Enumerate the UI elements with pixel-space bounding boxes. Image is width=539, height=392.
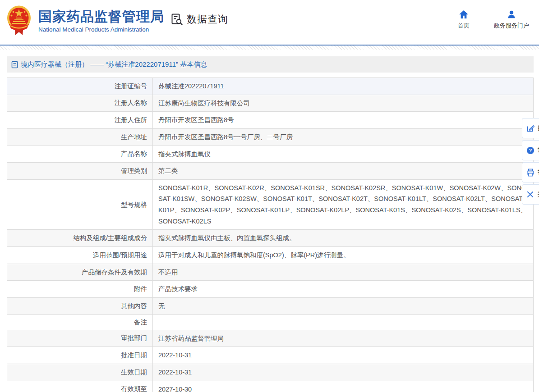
row-value-text: 适用于对成人和儿童的脉搏氧饱和度(SpO2)、脉率(PR)进行测量。	[158, 250, 350, 261]
row-label: 批准日期	[7, 347, 153, 364]
row-value-text: SONOSAT-K01R、SONOSAT-K02R、SONOSAT-K01SR、…	[158, 182, 528, 227]
table-row: 注册证编号苏械注准20222071911	[7, 78, 533, 95]
nav-home-label: 首页	[458, 22, 470, 30]
row-value: 江苏康尚生物医疗科技有限公司	[153, 95, 533, 112]
user-icon	[507, 10, 516, 19]
data-query-label: 数据查询	[187, 13, 228, 26]
row-label: 附件	[7, 281, 153, 297]
table-row: 生效日期2022-10-31	[7, 364, 533, 381]
row-value: 2022-10-31	[153, 347, 533, 364]
table-row: 注册人名称江苏康尚生物医疗科技有限公司	[7, 95, 533, 112]
national-emblem-icon	[6, 5, 32, 36]
row-label: 注册证编号	[7, 78, 153, 95]
question-circle-icon: ?	[526, 146, 534, 155]
table-row: 型号规格SONOSAT-K01R、SONOSAT-K02R、SONOSAT-K0…	[7, 180, 533, 230]
table-row: 有效期至2027-10-30	[7, 381, 533, 392]
row-label-text: 备注	[134, 318, 147, 327]
row-label-text: 生效日期	[121, 368, 147, 377]
row-label-text: 附件	[134, 285, 147, 293]
close-icon	[526, 191, 534, 198]
main-content: 境内医疗器械（注册） —— “苏械注准20222071911” 基本信息 注册证…	[7, 56, 534, 392]
row-value-text: 指夹式脉搏血氧仪由主板、内置血氧探头组成。	[158, 232, 296, 244]
row-value: 指夹式脉搏血氧仪由主板、内置血氧探头组成。	[153, 230, 533, 246]
breadcrumb: 境内医疗器械（注册） —— “苏械注准20222071911” 基本信息	[7, 56, 534, 73]
table-row: 管理类别第二类	[7, 163, 533, 180]
tool-feedback[interactable]: 数	[522, 118, 539, 138]
row-label: 生效日期	[7, 364, 153, 381]
detail-table: 注册证编号苏械注准20222071911注册人名称江苏康尚生物医疗科技有限公司注…	[7, 77, 534, 392]
row-label-text: 产品储存条件及有效期	[82, 268, 147, 277]
table-row: 产品储存条件及有效期不适用	[7, 264, 533, 281]
row-label-text: 批准日期	[121, 351, 147, 360]
row-value-text: 无	[158, 301, 165, 312]
page: 国家药品监督管理局 National Medical Products Admi…	[0, 0, 539, 392]
row-label-text: 结构及组成/主要组成成分	[73, 234, 147, 242]
svg-text:?: ?	[529, 148, 532, 153]
breadcrumb-text: 境内医疗器械（注册） —— “苏械注准20222071911” 基本信息	[21, 60, 207, 69]
row-value: 适用于对成人和儿童的脉搏氧饱和度(SpO2)、脉率(PR)进行测量。	[153, 247, 533, 264]
row-value: 产品技术要求	[153, 281, 533, 297]
row-value: 不适用	[153, 264, 533, 281]
row-value-text: 2022-10-31	[158, 350, 192, 361]
table-row: 结构及组成/主要组成成分指夹式脉搏血氧仪由主板、内置血氧探头组成。	[7, 230, 533, 247]
row-label: 适用范围/预期用途	[7, 247, 153, 264]
row-value	[153, 315, 533, 330]
table-row: 备注	[7, 315, 533, 330]
nav-gov-portal[interactable]: 政务服务门户	[494, 10, 529, 30]
file-icon	[11, 61, 18, 68]
logo-block[interactable]: 国家药品监督管理局 National Medical Products Admi…	[6, 5, 164, 36]
site-title: 国家药品监督管理局	[38, 9, 164, 25]
row-label-text: 型号规格	[121, 201, 147, 209]
nav-home[interactable]: 首页	[458, 10, 470, 30]
data-query-title: 数据查询	[170, 13, 228, 26]
tool-close-label: 关	[537, 191, 539, 199]
row-value: 2022-10-31	[153, 364, 533, 381]
row-label-text: 有效期至	[121, 385, 147, 392]
tool-faq[interactable]: ? 常	[522, 140, 539, 160]
row-label-text: 生产地址	[121, 133, 147, 141]
table-row: 其他内容无	[7, 298, 533, 315]
row-value-text: 江苏康尚生物医疗科技有限公司	[158, 98, 250, 109]
row-label: 备注	[7, 315, 153, 330]
table-row: 批准日期2022-10-31	[7, 347, 533, 364]
row-value: 丹阳市开发区圣昌西路8号	[153, 112, 533, 128]
row-value: 江苏省药品监督管理局	[153, 330, 533, 347]
table-row: 适用范围/预期用途适用于对成人和儿童的脉搏氧饱和度(SpO2)、脉率(PR)进行…	[7, 247, 533, 264]
row-value: 2027-10-30	[153, 381, 533, 392]
row-label: 管理类别	[7, 163, 153, 179]
site-header: 国家药品监督管理局 National Medical Products Admi…	[0, 0, 539, 45]
row-label: 注册人名称	[7, 95, 153, 112]
table-row: 附件产品技术要求	[7, 281, 533, 298]
row-label: 有效期至	[7, 381, 153, 392]
row-label-text: 管理类别	[121, 167, 147, 175]
row-label-text: 审批部门	[121, 334, 147, 342]
row-label-text: 注册人住所	[115, 116, 147, 124]
home-icon	[459, 10, 469, 19]
header-nav: 首页 政务服务门户	[458, 10, 529, 30]
side-toolbar: 数 ? 常 打 关	[522, 118, 539, 206]
site-subtitle: National Medical Products Administration	[38, 26, 164, 33]
row-label: 结构及组成/主要组成成分	[7, 230, 153, 246]
edit-icon	[526, 124, 534, 132]
row-value-text: 苏械注准20222071911	[158, 81, 224, 92]
row-value: 苏械注准20222071911	[153, 78, 533, 95]
row-label-text: 其他内容	[121, 302, 147, 310]
row-label: 产品名称	[7, 146, 153, 163]
row-value-text: 指夹式脉搏血氧仪	[158, 149, 211, 160]
printer-icon	[526, 169, 534, 177]
tool-close[interactable]: 关	[522, 184, 539, 205]
row-value-text: 产品技术要求	[158, 283, 198, 295]
row-label: 审批部门	[7, 330, 153, 347]
table-row: 审批部门江苏省药品监督管理局	[7, 330, 533, 347]
tool-print[interactable]: 打	[522, 162, 539, 182]
table-row: 注册人住所丹阳市开发区圣昌西路8号	[7, 112, 533, 129]
row-value-text: 2027-10-30	[158, 384, 192, 392]
row-label: 型号规格	[7, 180, 153, 230]
row-label: 注册人住所	[7, 112, 153, 128]
row-value-text: 第二类	[158, 165, 178, 177]
row-value-text: 丹阳市开发区圣昌西路8号一号厂房、二号厂房	[158, 132, 293, 143]
hatch-decoration	[0, 46, 539, 50]
row-value: 丹阳市开发区圣昌西路8号一号厂房、二号厂房	[153, 129, 533, 146]
row-value: 指夹式脉搏血氧仪	[153, 146, 533, 163]
nav-gov-portal-label: 政务服务门户	[494, 22, 529, 30]
